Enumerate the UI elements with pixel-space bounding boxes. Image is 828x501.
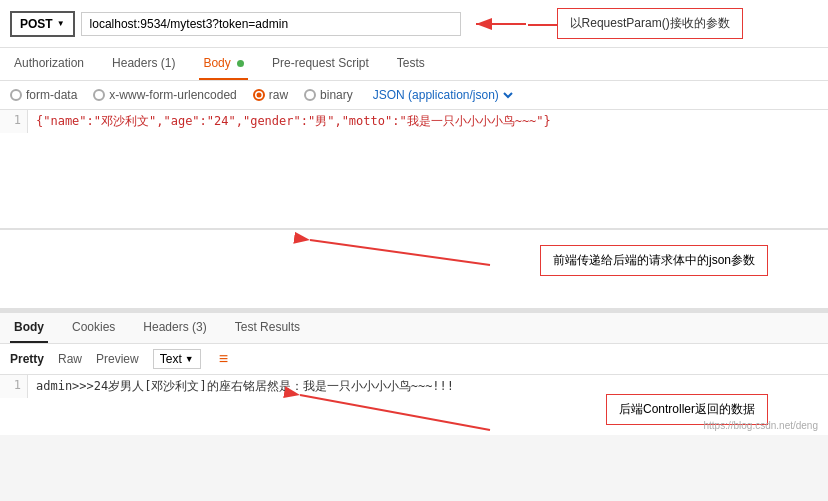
bottom-nav-tabs: Body Cookies Headers (3) Test Results [0,313,828,344]
sub-tab-raw[interactable]: Raw [58,350,82,368]
tab-authorization[interactable]: Authorization [10,48,88,80]
main-container: POST ▼ 以RequestParam()接收的参数 Authorizatio… [0,0,828,501]
radio-raw [253,89,265,101]
callout-request-param: 以RequestParam()接收的参数 [557,8,743,39]
bottom-tab-headers[interactable]: Headers (3) [139,313,210,343]
nav-tabs: Authorization Headers (1) Body Pre-reque… [0,48,828,81]
option-raw[interactable]: raw [253,88,288,102]
controller-annotation-text: 后端Controller返回的数据 [619,402,755,416]
line-content-1: {"name":"邓沙利文","age":"24","gender":"男","… [28,110,559,133]
radio-binary [304,89,316,101]
code-line-1: 1 {"name":"邓沙利文","age":"24","gender":"男"… [0,110,828,133]
response-line-content: admin>>>24岁男人[邓沙利文]的座右铭居然是：我是一只小小小小鸟~~~!… [28,375,462,398]
json-annotation-text: 前端传递给后端的请求体中的json参数 [553,253,755,267]
svg-line-3 [310,240,490,265]
radio-urlencoded [93,89,105,101]
bottom-tab-cookies[interactable]: Cookies [68,313,119,343]
option-urlencoded[interactable]: x-www-form-urlencoded [93,88,236,102]
url-input[interactable] [81,12,461,36]
tab-tests[interactable]: Tests [393,48,429,80]
text-dropdown[interactable]: Text ▼ [153,349,201,369]
url-bar: POST ▼ 以RequestParam()接收的参数 [0,0,828,48]
method-button[interactable]: POST ▼ [10,11,75,37]
json-annotation-box: 前端传递给后端的请求体中的json参数 [540,245,768,276]
json-annotation-area: 前端传递给后端的请求体中的json参数 [0,230,828,310]
bottom-section: Body Cookies Headers (3) Test Results Pr… [0,311,828,435]
arrow-to-url [471,9,531,39]
method-arrow: ▼ [57,19,65,28]
top-section: POST ▼ 以RequestParam()接收的参数 Authorizatio… [0,0,828,311]
code-area: 1 {"name":"邓沙利文","age":"24","gender":"男"… [0,110,828,230]
option-binary[interactable]: binary [304,88,353,102]
sub-tab-pretty[interactable]: Pretty [10,350,44,368]
format-icon[interactable]: ≡ [219,350,228,368]
tab-pre-request[interactable]: Pre-request Script [268,48,373,80]
svg-line-5 [300,395,490,430]
json-type-select[interactable]: JSON (application/json) [369,87,516,103]
sub-tab-preview[interactable]: Preview [96,350,139,368]
radio-form-data [10,89,22,101]
method-label: POST [20,17,53,31]
line-number-1: 1 [0,110,28,133]
text-dropdown-label: Text [160,352,182,366]
bottom-sub-tabs: Pretty Raw Preview Text ▼ ≡ [0,344,828,375]
callout-request-param-text: 以RequestParam()接收的参数 [570,16,730,30]
response-line-num: 1 [0,375,28,398]
tab-body[interactable]: Body [199,48,248,80]
body-tab-dot [237,60,244,67]
body-options: form-data x-www-form-urlencoded raw bina… [0,81,828,110]
bottom-tab-test-results[interactable]: Test Results [231,313,304,343]
response-code-area: 1 admin>>>24岁男人[邓沙利文]的座右铭居然是：我是一只小小小小鸟~~… [0,375,828,435]
bottom-tab-body[interactable]: Body [10,313,48,343]
option-form-data[interactable]: form-data [10,88,77,102]
text-dropdown-arrow: ▼ [185,354,194,364]
watermark: https://blog.csdn.net/deng [703,420,818,431]
tab-headers[interactable]: Headers (1) [108,48,179,80]
